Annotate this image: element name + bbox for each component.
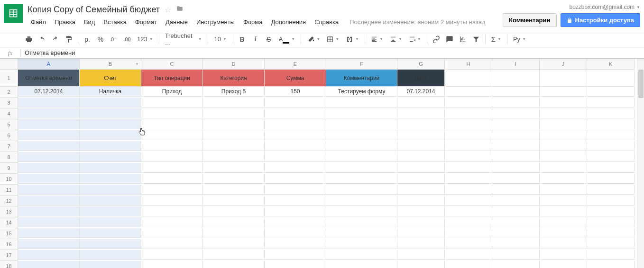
cell-h6[interactable] — [445, 130, 492, 140]
borders-button[interactable]: ▼ — [324, 33, 342, 45]
cell-d5[interactable] — [203, 119, 265, 129]
menu-insert[interactable]: Вставка — [100, 17, 129, 27]
cell-j5[interactable] — [540, 119, 587, 129]
percent-button[interactable]: % — [94, 33, 107, 45]
input-lang-button[interactable]: Ру▼ — [510, 33, 529, 45]
cell-b3[interactable] — [80, 98, 141, 107]
cell-f10[interactable] — [326, 174, 397, 184]
cell-f6[interactable] — [326, 130, 397, 140]
col-head-e[interactable]: E — [265, 59, 326, 70]
cell-g10[interactable] — [397, 174, 445, 184]
cell-h12[interactable] — [445, 196, 492, 205]
cell-g18[interactable] — [397, 261, 445, 268]
star-icon[interactable]: ☆ — [165, 5, 171, 14]
cell-e1[interactable]: Сумма — [265, 70, 326, 87]
cell-f9[interactable] — [326, 163, 397, 173]
cell-c17[interactable] — [141, 250, 203, 260]
cell-j2[interactable] — [540, 87, 587, 97]
cell-a7[interactable] — [18, 141, 80, 151]
cell-g2[interactable]: 07.12.2014 — [397, 87, 445, 97]
cell-k9[interactable] — [587, 163, 635, 173]
merge-button[interactable]: ▼ — [343, 33, 362, 45]
cell-g14[interactable] — [397, 217, 445, 227]
menu-edit[interactable]: Правка — [51, 17, 79, 27]
cell-c3[interactable] — [141, 98, 203, 107]
row-head-14[interactable]: 14 — [0, 217, 18, 228]
cell-d16[interactable] — [203, 239, 265, 249]
cell-a14[interactable] — [18, 217, 80, 227]
cell-h7[interactable] — [445, 141, 492, 151]
cell-i7[interactable] — [492, 141, 540, 151]
filter-button[interactable] — [470, 33, 482, 45]
row-head-17[interactable]: 17 — [0, 250, 18, 261]
cell-g8[interactable] — [397, 152, 445, 162]
cell-g15[interactable] — [397, 228, 445, 238]
cell-k3[interactable] — [587, 98, 635, 107]
vertical-scrollbar[interactable] — [637, 59, 644, 268]
formula-input[interactable]: Отметка времени — [21, 47, 644, 58]
cell-e7[interactable] — [265, 141, 326, 151]
cell-j18[interactable] — [540, 261, 587, 268]
cell-e17[interactable] — [265, 250, 326, 260]
cell-a12[interactable] — [18, 196, 80, 205]
wrap-button[interactable]: ▼ — [406, 33, 424, 45]
cell-i17[interactable] — [492, 250, 540, 260]
cell-a9[interactable] — [18, 163, 80, 173]
cell-j6[interactable] — [540, 130, 587, 140]
share-button[interactable]: Настройки доступа — [561, 13, 640, 27]
cell-e9[interactable] — [265, 163, 326, 173]
strike-button[interactable]: S — [263, 33, 275, 45]
cell-h8[interactable] — [445, 152, 492, 162]
cell-h18[interactable] — [445, 261, 492, 268]
cell-c4[interactable] — [141, 108, 203, 118]
cell-i8[interactable] — [492, 152, 540, 162]
cell-d8[interactable] — [203, 152, 265, 162]
chart-button[interactable] — [457, 33, 469, 45]
decrease-decimal-button[interactable]: .0← — [108, 33, 120, 45]
row-head-7[interactable]: 7 — [0, 141, 18, 152]
cell-e16[interactable] — [265, 239, 326, 249]
cell-b15[interactable] — [80, 228, 141, 238]
row-head-12[interactable]: 12 — [0, 196, 18, 206]
cell-d13[interactable] — [203, 206, 265, 216]
cell-g9[interactable] — [397, 163, 445, 173]
cell-h15[interactable] — [445, 228, 492, 238]
col-head-g[interactable]: G — [397, 59, 445, 70]
cell-b18[interactable] — [80, 261, 141, 268]
font-select[interactable]: Trebuchet …▼ — [162, 33, 205, 45]
more-formats-button[interactable]: 123▼ — [134, 33, 156, 45]
cell-c6[interactable] — [141, 130, 203, 140]
cell-a16[interactable] — [18, 239, 80, 249]
functions-button[interactable]: Σ▼ — [488, 33, 504, 45]
cell-d15[interactable] — [203, 228, 265, 238]
folder-icon[interactable] — [176, 5, 184, 14]
cell-j8[interactable] — [540, 152, 587, 162]
cell-h3[interactable] — [445, 98, 492, 107]
cell-i9[interactable] — [492, 163, 540, 173]
cell-k16[interactable] — [587, 239, 635, 249]
cell-k14[interactable] — [587, 217, 635, 227]
cell-f8[interactable] — [326, 152, 397, 162]
cell-d12[interactable] — [203, 196, 265, 205]
cell-d3[interactable] — [203, 98, 265, 107]
col-head-k[interactable]: K — [587, 59, 635, 70]
cell-d11[interactable] — [203, 185, 265, 195]
cell-a3[interactable] — [18, 98, 80, 107]
cell-c8[interactable] — [141, 152, 203, 162]
cell-j13[interactable] — [540, 206, 587, 216]
cell-d7[interactable] — [203, 141, 265, 151]
cell-e2[interactable]: 150 — [265, 87, 326, 97]
cell-b13[interactable] — [80, 206, 141, 216]
cell-c2[interactable]: Приход — [141, 87, 203, 97]
cell-h10[interactable] — [445, 174, 492, 184]
cell-k17[interactable] — [587, 250, 635, 260]
cell-j15[interactable] — [540, 228, 587, 238]
cell-j10[interactable] — [540, 174, 587, 184]
cell-j3[interactable] — [540, 98, 587, 107]
row-head-8[interactable]: 8 — [0, 152, 18, 163]
print-button[interactable] — [23, 33, 35, 45]
cell-a6[interactable] — [18, 130, 80, 140]
row-head-16[interactable]: 16 — [0, 239, 18, 250]
cell-g7[interactable] — [397, 141, 445, 151]
paint-format-button[interactable] — [63, 33, 75, 45]
